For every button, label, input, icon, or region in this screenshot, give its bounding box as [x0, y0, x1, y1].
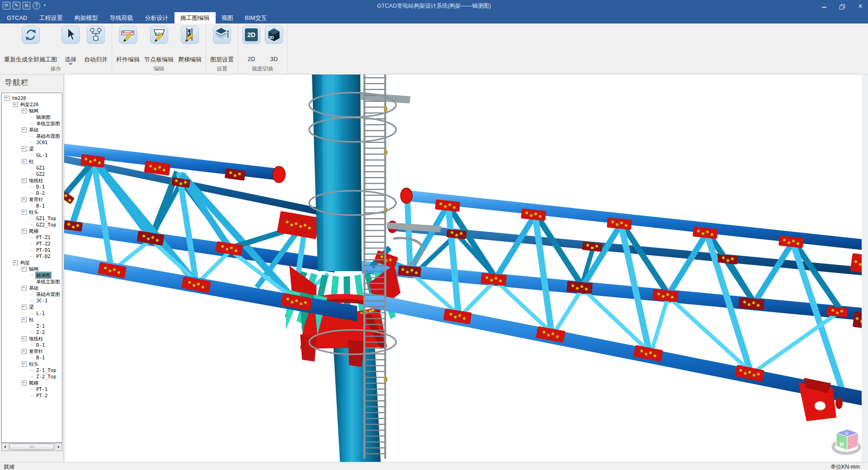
tree-item[interactable]: 构架220 [2, 101, 39, 108]
tree-item-label[interactable]: 梁 [28, 146, 34, 152]
tree-item-label[interactable]: PT-D1 [36, 247, 51, 253]
tree-item-label[interactable]: L-1 [36, 310, 45, 316]
tree-item[interactable]: 轴测图 [2, 272, 51, 278]
tree-item-label[interactable]: GZ2 [36, 171, 45, 177]
tree-item[interactable]: JC01 [2, 139, 48, 146]
tree-item-label[interactable]: 地线柱 [28, 335, 44, 342]
tree-item[interactable]: 地线柱 [2, 335, 44, 342]
tree-item-label[interactable]: 单线立面图 [36, 278, 61, 285]
tree-item[interactable]: tm220 [2, 95, 27, 101]
tree-item-label[interactable]: 柱 [28, 158, 34, 164]
tree-item[interactable]: 柱头 [2, 361, 39, 367]
tree-item-label[interactable]: GZ1_Top [36, 215, 57, 221]
tree-item-label[interactable]: D-1 [36, 342, 45, 348]
tree-item[interactable]: 柱 [2, 316, 34, 323]
tree-item[interactable]: 单线立面图 [2, 120, 61, 127]
tree-item[interactable]: D-2 [2, 190, 45, 196]
tree-item[interactable]: 构架 [2, 259, 30, 266]
tree-item-label[interactable]: Z-1 [36, 323, 45, 329]
tree-item-label[interactable]: 构架 [20, 259, 30, 266]
tree-item[interactable]: PT-2 [2, 392, 48, 399]
tree-item[interactable]: GL-1 [2, 152, 48, 158]
tree-item-label[interactable]: 地线柱 [28, 177, 44, 183]
scroll-left-arrow[interactable] [2, 444, 9, 450]
tree-item[interactable]: 轴网 [2, 108, 39, 114]
tree-item-label[interactable]: PT-Z1 [36, 234, 51, 240]
collapse-expander-icon[interactable] [22, 267, 27, 272]
tree-item[interactable]: 基础 [2, 127, 39, 133]
tree-item-label[interactable]: 构架220 [20, 101, 39, 108]
tab-gtcad[interactable]: GTCAD [1, 12, 33, 24]
tree-item[interactable]: JC-1 [2, 297, 48, 304]
tab-conductor-load[interactable]: 导线荷载 [104, 12, 139, 24]
member-edit-button[interactable]: 杆件编辑 [114, 24, 142, 64]
tree-item-label[interactable]: 柱头 [28, 209, 39, 215]
tree-item[interactable]: 单线立面图 [2, 278, 61, 285]
tree-item-label[interactable]: 基础 [28, 127, 39, 133]
tree-item-label[interactable]: B-1 [36, 354, 45, 361]
tree-item-label[interactable]: 柱头 [28, 361, 39, 367]
tree-item-label[interactable]: D-2 [36, 190, 45, 196]
ladder-edit-button[interactable]: 爬梯编辑 [176, 24, 204, 64]
tree-item[interactable]: PT-1 [2, 386, 48, 392]
collapse-expander-icon[interactable] [22, 210, 27, 215]
model-tree[interactable]: tm220构架220轴网轴测图单线立面图基础基础布置图JC01梁GL-1柱GZ1… [1, 93, 62, 443]
tab-analysis-design[interactable]: 分析设计 [139, 12, 175, 24]
collapse-expander-icon[interactable] [22, 286, 27, 291]
tree-item-label[interactable]: GL-1 [36, 152, 48, 158]
tree-item-label[interactable]: B-1 [36, 202, 45, 209]
tree-item-label[interactable]: Z-2_Top [36, 373, 57, 380]
minimize-button[interactable] [821, 3, 827, 9]
tree-item[interactable]: PT-Z1 [2, 234, 51, 240]
tree-item[interactable]: 梁 [2, 146, 34, 152]
tree-item[interactable]: 基础布置图 [2, 291, 61, 297]
view-2d-button[interactable]: 2D2D [240, 24, 263, 62]
tree-item[interactable]: B-1 [2, 202, 45, 209]
tab-project-settings[interactable]: 工程设置 [33, 12, 69, 24]
collapse-expander-icon[interactable] [22, 146, 27, 151]
tree-item[interactable]: B-1 [2, 354, 45, 361]
tree-item-label[interactable]: GZ1 [36, 164, 45, 171]
tree-item-label[interactable]: 轴网 [28, 108, 39, 114]
scene-svg[interactable]: UR [64, 75, 862, 462]
collapse-expander-icon[interactable] [5, 96, 9, 101]
tree-item-label[interactable]: 基础 [28, 285, 39, 291]
regenerate-all-button[interactable]: 重新生成全部施工图 [2, 24, 59, 64]
tree-item-label[interactable]: Z-2 [36, 329, 45, 335]
collapse-expander-icon[interactable] [22, 349, 27, 354]
tree-item[interactable]: PT-D2 [2, 253, 51, 259]
tree-item-label[interactable]: 爬梯 [28, 228, 39, 234]
select-button[interactable]: 选择 [59, 24, 82, 64]
collapse-expander-icon[interactable] [22, 197, 27, 202]
collapse-expander-icon[interactable] [13, 102, 18, 107]
tree-item[interactable]: 避雷针 [2, 196, 44, 202]
tree-item-label[interactable]: 单线立面图 [36, 120, 61, 127]
tab-frame-model[interactable]: 构架模型 [69, 12, 104, 24]
tree-item-label[interactable]: JC01 [36, 139, 48, 146]
tab-drawing-edit[interactable]: 施工图编辑 [175, 12, 216, 24]
auto-merge-button[interactable]: 自动归并 [82, 24, 110, 64]
tree-item[interactable]: 柱 [2, 158, 34, 164]
tree-item[interactable]: 基础布置图 [2, 133, 61, 139]
tree-item[interactable]: 柱头 [2, 209, 39, 215]
tree-horizontal-scrollbar[interactable] [1, 443, 62, 451]
close-button[interactable]: × [857, 3, 863, 9]
tree-item[interactable]: 爬梯 [2, 228, 39, 234]
collapse-expander-icon[interactable] [22, 362, 27, 367]
tree-item[interactable]: 避雷针 [2, 348, 44, 354]
tree-item[interactable]: GZ1 [2, 164, 45, 171]
tree-item-label[interactable]: PT-D2 [36, 253, 51, 259]
tree-item[interactable]: L-1 [2, 310, 45, 316]
tab-view[interactable]: 视图 [216, 12, 239, 24]
gusset-plate-edit-button[interactable]: 节点板编辑 [142, 24, 176, 64]
scroll-right-arrow[interactable] [55, 444, 62, 450]
tree-item[interactable]: PT-Z2 [2, 240, 51, 247]
collapse-expander-icon[interactable] [22, 127, 27, 132]
tree-item-label[interactable]: 轴测图 [36, 272, 51, 278]
tree-item-label[interactable]: PT-1 [36, 386, 48, 392]
collapse-expander-icon[interactable] [22, 108, 27, 113]
tree-item-label[interactable]: Z-1_Top [36, 367, 57, 373]
tree-item[interactable]: 轴网 [2, 266, 39, 272]
collapse-expander-icon[interactable] [22, 336, 27, 341]
tree-item[interactable]: Z-2_Top [2, 373, 57, 380]
